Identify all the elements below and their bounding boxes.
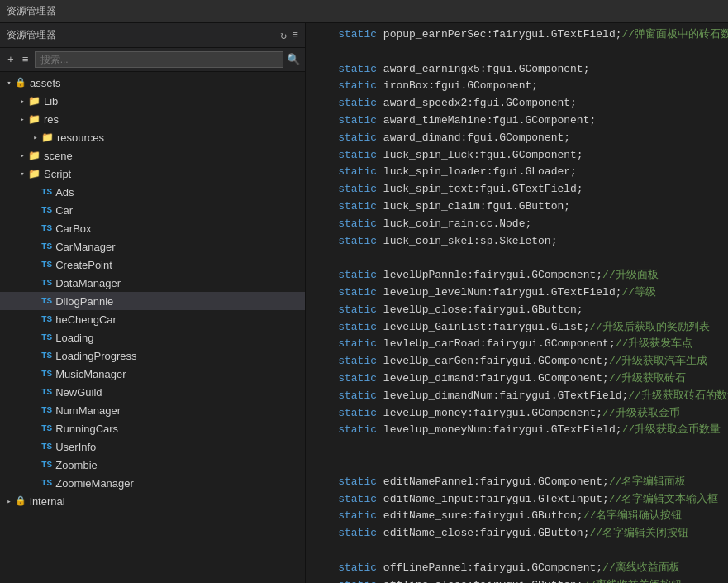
sidebar-header-icons: ↻ ≡ <box>280 29 298 42</box>
sidebar-header: 资源管理器 ↻ ≡ <box>0 23 305 48</box>
lock-folder-icon-assets: 🔒 <box>15 77 26 88</box>
folder-icon-resources: 📁 <box>41 131 54 144</box>
code-line: static editName_input:fairygui.GTextInpu… <box>312 491 721 509</box>
code-line: static levelup_moneyNum:fairygui.GTextFi… <box>312 422 721 439</box>
tree-item-CarBox[interactable]: TSCarBox <box>0 219 305 237</box>
title-bar: 资源管理器 <box>0 0 728 23</box>
code-line: static levleUp_carRoad:fairygui.GCompone… <box>312 336 721 353</box>
ts-icon-Zoombie: TS <box>41 459 52 471</box>
menu-icon[interactable]: ≡ <box>292 29 298 41</box>
file-tree: ▾🔒assets▸📁Lib▸📁res▸📁resources▸📁scene▾📁Sc… <box>0 72 305 583</box>
ts-icon-CarManager: TS <box>41 241 52 252</box>
code-line: static levelup_dimandNum:fairygui.GTextF… <box>312 388 721 405</box>
ts-icon-MusicManager: TS <box>41 368 52 380</box>
code-line <box>312 456 721 474</box>
main-container: 资源管理器 ↻ ≡ + ≡ 🔍 ▾🔒assets▸📁Lib▸📁res▸📁reso… <box>0 23 728 583</box>
code-editor[interactable]: static popup_earnPerSec:fairygui.GTextFi… <box>306 23 728 583</box>
tree-item-NewGuild[interactable]: TSNewGuild <box>0 383 305 401</box>
tree-label-res: res <box>44 113 59 126</box>
tree-label-Script: Script <box>44 168 71 180</box>
ts-icon-NumManager: TS <box>41 404 52 416</box>
ts-icon-Ads: TS <box>41 186 52 198</box>
search-button[interactable]: 🔍 <box>287 53 300 66</box>
tree-item-UserInfo[interactable]: TSUserInfo <box>0 437 305 456</box>
code-line <box>312 439 721 456</box>
ts-icon-RunningCars: TS <box>41 423 52 434</box>
code-line: static luck_coin_rain:cc.Node; <box>312 216 721 233</box>
tree-item-Lib[interactable]: ▸📁Lib <box>0 92 305 110</box>
code-line: static editName_close:fairygui.GButton;/… <box>312 525 721 542</box>
code-line <box>312 250 721 267</box>
lock-folder-icon-internal: 🔒 <box>15 495 26 507</box>
tree-item-Script[interactable]: ▾📁Script <box>0 165 305 183</box>
tree-item-assets[interactable]: ▾🔒assets <box>0 74 305 92</box>
tree-item-LoadingProgress[interactable]: TSLoadingProgress <box>0 346 305 365</box>
list-button[interactable]: ≡ <box>20 53 31 67</box>
tree-label-CarManager: CarManager <box>55 241 115 253</box>
ts-icon-CarBox: TS <box>41 222 52 234</box>
tree-label-scene: scene <box>44 150 73 162</box>
tree-item-res[interactable]: ▸📁res <box>0 110 305 128</box>
tree-label-CarBox: CarBox <box>55 222 91 235</box>
tree-label-DataManager: DataManager <box>55 277 121 289</box>
tree-label-MusicManager: MusicManager <box>55 368 126 380</box>
tree-label-Lib: Lib <box>44 95 58 108</box>
tree-arrow-internal: ▸ <box>3 497 15 506</box>
tree-label-heChengCar: heChengCar <box>55 313 117 326</box>
folder-icon-Script: 📁 <box>28 168 40 180</box>
tree-arrow-scene: ▸ <box>17 151 28 160</box>
code-line: static luck_spin_text:fgui.GTextField; <box>312 181 721 198</box>
tree-arrow-res: ▸ <box>17 115 28 124</box>
tree-arrow-assets: ▾ <box>3 79 15 88</box>
tree-item-Ads[interactable]: TSAds <box>0 183 305 201</box>
tree-item-Zoombie[interactable]: TSZoombie <box>0 456 305 474</box>
tree-label-UserInfo: UserInfo <box>55 441 96 453</box>
tree-label-Ads: Ads <box>55 186 74 198</box>
tree-item-scene[interactable]: ▸📁scene <box>0 146 305 165</box>
code-line: static offLinePannel:fairygui.GComponent… <box>312 560 721 577</box>
code-line: static ironBox:fgui.GComponent; <box>312 78 721 95</box>
tree-item-internal[interactable]: ▸🔒internal <box>0 492 305 510</box>
code-line: static editName_sure:fairygui.GButton;//… <box>312 508 721 525</box>
tree-item-MusicManager[interactable]: TSMusicManager <box>0 365 305 383</box>
ts-icon-CreatePoint: TS <box>41 259 52 270</box>
code-line <box>312 542 721 560</box>
code-line: static award_speedx2:fgui.GComponent; <box>312 95 721 112</box>
ts-icon-DilogPannle: TS <box>41 295 52 307</box>
code-line: static luck_spin_claim:fgui.GButton; <box>312 198 721 216</box>
tree-label-Zoombie: Zoombie <box>55 459 98 471</box>
refresh-icon[interactable]: ↻ <box>280 29 287 42</box>
tree-item-Loading[interactable]: TSLoading <box>0 328 305 346</box>
tree-item-heChengCar[interactable]: TSheChengCar <box>0 310 305 328</box>
code-line: static popup_earnPerSec:fairygui.GTextFi… <box>312 26 721 44</box>
tree-item-RunningCars[interactable]: TSRunningCars <box>0 419 305 437</box>
tree-item-resources[interactable]: ▸📁resources <box>0 128 305 146</box>
tree-label-resources: resources <box>57 131 104 144</box>
sidebar: 资源管理器 ↻ ≡ + ≡ 🔍 ▾🔒assets▸📁Lib▸📁res▸📁reso… <box>0 23 306 583</box>
tree-item-DataManager[interactable]: TSDataManager <box>0 274 305 292</box>
code-line: static luck_coin_skel:sp.Skeleton; <box>312 233 721 251</box>
tree-item-CreatePoint[interactable]: TSCreatePoint <box>0 256 305 274</box>
tree-item-NumManager[interactable]: TSNumManager <box>0 401 305 419</box>
code-line: static levelup_dimand:fairygui.GComponen… <box>312 370 721 388</box>
tree-arrow-Lib: ▸ <box>17 97 28 106</box>
tree-item-CarManager[interactable]: TSCarManager <box>0 237 305 256</box>
ts-icon-UserInfo: TS <box>41 441 52 452</box>
tree-item-Car[interactable]: TSCar <box>0 201 305 219</box>
search-input[interactable] <box>35 51 283 68</box>
folder-icon-Lib: 📁 <box>28 95 40 108</box>
ts-icon-NewGuild: TS <box>41 386 52 398</box>
add-button[interactable]: + <box>5 53 17 67</box>
tree-arrow-resources: ▸ <box>30 133 41 142</box>
tree-label-NewGuild: NewGuild <box>55 386 102 399</box>
code-line: static award_timeMahine:fgui.GComponent; <box>312 112 721 130</box>
code-line: static luck_spin_luck:fgui.GComponent; <box>312 147 721 165</box>
code-line: static levelUp_close:fairygui.GButton; <box>312 302 721 319</box>
tree-label-LoadingProgress: LoadingProgress <box>55 350 136 362</box>
ts-icon-Car: TS <box>41 204 52 216</box>
sidebar-header-title: 资源管理器 <box>7 28 56 42</box>
tree-item-DilogPannle[interactable]: TSDilogPannle <box>0 292 305 310</box>
folder-icon-scene: 📁 <box>28 150 40 162</box>
tree-label-ZoomieManager: ZoomieManager <box>55 477 134 490</box>
tree-item-ZoomieManager[interactable]: TSZoomieManager <box>0 474 305 492</box>
